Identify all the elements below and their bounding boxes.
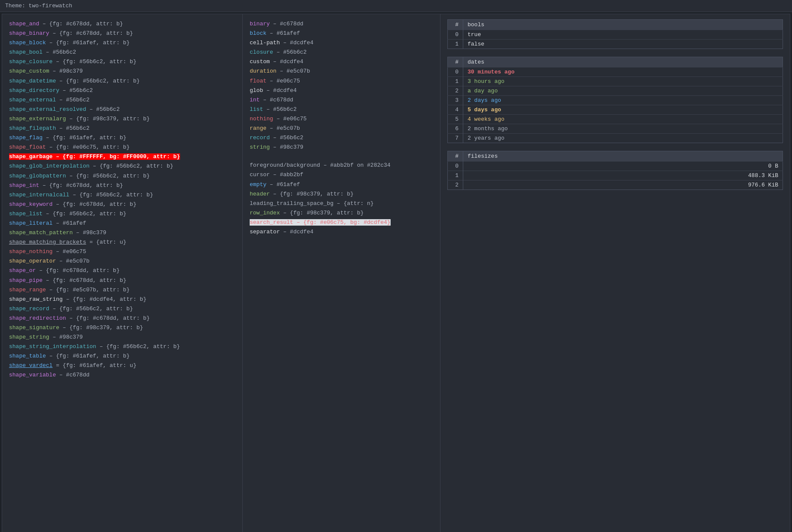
list-item: empty – #61afef	[250, 180, 433, 190]
list-item: block – #61afef	[250, 29, 433, 38]
list-item: row_index – {fg: #98c379, attr: b}	[250, 208, 433, 218]
table-row: 0true	[448, 30, 783, 40]
list-item: shape_filepath – #56b6c2	[9, 124, 235, 133]
main-container: shape_and – {fg: #c678dd, attr: b}shape_…	[2, 14, 790, 532]
list-item: duration – #e5c07b	[250, 67, 433, 76]
table-row: 2976.6 KiB	[448, 180, 783, 190]
list-item: shape_glob_interpolation – {fg: #56b6c2,…	[9, 162, 235, 171]
list-item: shape_literal – #61afef	[9, 219, 235, 228]
filesizes-table: #filesizes00 B1488.3 KiB2976.6 KiB	[447, 151, 783, 190]
dates-table: #dates030 minutes ago13 hours ago2a day …	[447, 57, 783, 143]
list-item: glob – #dcdfe4	[250, 86, 433, 95]
table-row: 13 hours ago	[448, 77, 783, 86]
list-item: shape_closure – {fg: #56b6c2, attr: b}	[9, 57, 235, 67]
list-item: shape_or – {fg: #c678dd, attr: b}	[9, 266, 235, 275]
list-item: shape_externalarg – {fg: #98c379, attr: …	[9, 114, 235, 124]
list-item: shape_datetime – {fg: #56b6c2, attr: b}	[9, 76, 235, 86]
table-row: 030 minutes ago	[448, 67, 783, 77]
list-item: float – #e06c75	[250, 76, 433, 86]
list-item: shape_match_pattern – #98c379	[9, 228, 235, 238]
right-column: #bools0true1false#dates030 minutes ago13…	[440, 14, 790, 532]
list-item: foreground/background – #abb2bf on #282c…	[250, 161, 433, 170]
list-item: shape_directory – #56b6c2	[9, 86, 235, 95]
list-item: record – #56b6c2	[250, 133, 433, 143]
list-item: shape_pipe – {fg: #c678dd, attr: b}	[9, 276, 235, 285]
list-item: header – {fg: #98c379, attr: b}	[250, 190, 433, 199]
table-row: 72 years ago	[448, 134, 783, 143]
list-item: shape_nothing – #e06c75	[9, 247, 235, 257]
list-item: shape_binary – {fg: #c678dd, attr: b}	[9, 29, 235, 38]
list-item: closure – #56b6c2	[250, 48, 433, 57]
list-item: shape_operator – #e5c07b	[9, 257, 235, 266]
table-row: 45 days ago	[448, 105, 783, 115]
list-item: shape_matching_brackets = {attr: u}	[9, 238, 235, 247]
list-item: shape_and – {fg: #c678dd, attr: b}	[9, 19, 235, 29]
list-item: shape_variable – #c678dd	[9, 370, 235, 380]
list-item: binary – #c678dd	[250, 19, 433, 29]
list-item: shape_string – #98c379	[9, 333, 235, 342]
list-item: shape_table – {fg: #61afef, attr: b}	[9, 352, 235, 361]
list-item: shape_globpattern – {fg: #56b6c2, attr: …	[9, 171, 235, 181]
list-item: shape_range – {fg: #e5c07b, attr: b}	[9, 285, 235, 295]
table-row: 62 months ago	[448, 124, 783, 134]
list-item: shape_custom – #98c379	[9, 67, 235, 76]
list-item: shape_external_resolved – #56b6c2	[9, 105, 235, 114]
list-item: range – #e5c07b	[250, 124, 433, 133]
list-item: shape_vardecl = {fg: #61afef, attr: u}	[9, 361, 235, 370]
theme-label: Theme: two-firewatch	[5, 3, 72, 9]
bools-table: #bools0true1false	[447, 19, 783, 49]
list-item: shape_record – {fg: #56b6c2, attr: b}	[9, 304, 235, 314]
table-row: 1false	[448, 40, 783, 49]
list-item: shape_bool – #56b6c2	[9, 48, 235, 57]
list-item: string – #98c379	[250, 143, 433, 152]
list-item: custom – #dcdfe4	[250, 57, 433, 67]
middle-column: binary – #c678ddblock – #61afefcell-path…	[243, 14, 440, 532]
list-item: shape_float – {fg: #e06c75, attr: b}	[9, 143, 235, 152]
table-row: 1488.3 KiB	[448, 171, 783, 180]
list-item: search_result – {fg: #e06c75, bg: #dcdfe…	[250, 218, 433, 227]
list-item: shape_block – {fg: #61afef, attr: b}	[9, 38, 235, 48]
list-item: shape_keyword – {fg: #c678dd, attr: b}	[9, 200, 235, 209]
table-row: 54 weeks ago	[448, 115, 783, 124]
list-item: cursor – #abb2bf	[250, 170, 433, 180]
left-column: shape_and – {fg: #c678dd, attr: b}shape_…	[2, 14, 243, 532]
list-item: leading_trailing_space_bg – {attr: n}	[250, 199, 433, 208]
list-item: shape_int – {fg: #c678dd, attr: b}	[9, 181, 235, 190]
list-item: shape_signature – {fg: #98c379, attr: b}	[9, 323, 235, 333]
table-row: 2a day ago	[448, 86, 783, 96]
list-item: cell-path – #dcdfe4	[250, 38, 433, 48]
list-item: int – #c678dd	[250, 95, 433, 105]
list-item: shape_internalcall – {fg: #56b6c2, attr:…	[9, 190, 235, 200]
list-item: shape_string_interpolation – {fg: #56b6c…	[9, 342, 235, 352]
list-item: list – #56b6c2	[250, 105, 433, 114]
list-item: shape_garbage – {fg: #FFFFFF, bg: #FF000…	[9, 152, 235, 162]
list-item: shape_raw_string – {fg: #dcdfe4, attr: b…	[9, 295, 235, 304]
list-item: shape_external – #56b6c2	[9, 95, 235, 105]
list-item: shape_flag – {fg: #61afef, attr: b}	[9, 133, 235, 143]
list-item: nothing – #e06c75	[250, 114, 433, 124]
list-item: shape_list – {fg: #56b6c2, attr: b}	[9, 209, 235, 219]
list-item: separator – #dcdfe4	[250, 227, 433, 237]
theme-bar: Theme: two-firewatch	[0, 0, 792, 12]
list-item: shape_redirection – {fg: #c678dd, attr: …	[9, 314, 235, 323]
table-row: 32 days ago	[448, 96, 783, 105]
table-row: 00 B	[448, 162, 783, 171]
